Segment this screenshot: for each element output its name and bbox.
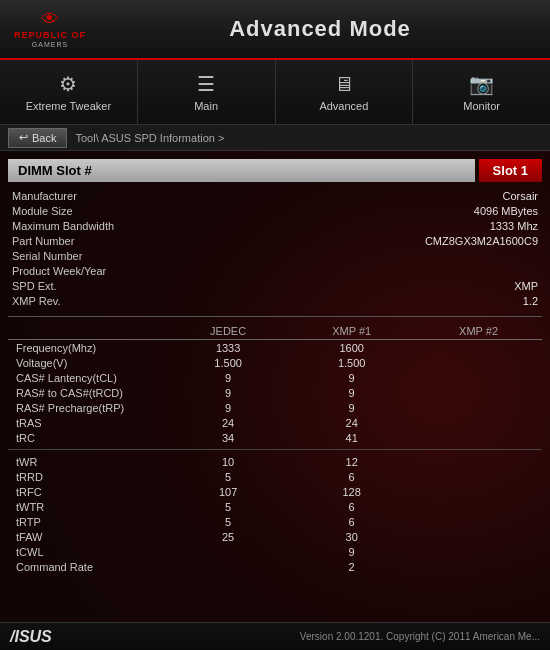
grid-cell-xmp2 xyxy=(415,514,542,529)
info-label: Maximum Bandwidth xyxy=(8,218,168,233)
grid-row: CAS# Lantency(tCL)99 xyxy=(8,370,542,385)
grid-row: tRTP56 xyxy=(8,514,542,529)
info-table: ManufacturerCorsairModule Size4096 MByte… xyxy=(8,188,542,308)
info-row: Serial Number xyxy=(8,248,542,263)
grid-cell-xmp1: 6 xyxy=(288,469,415,484)
grid-cell-xmp2 xyxy=(415,499,542,514)
logo-top: REPUBLIC OF xyxy=(14,30,86,41)
slot-badge: Slot 1 xyxy=(479,159,542,182)
grid-row: tRAS2424 xyxy=(8,415,542,430)
data-grid: JEDEC XMP #1 XMP #2 Frequency(Mhz)133316… xyxy=(8,323,542,574)
grid-row: tWTR56 xyxy=(8,499,542,514)
back-label: Back xyxy=(32,132,56,144)
grid-cell-xmp1: 30 xyxy=(288,529,415,544)
grid-cell-jedec: 25 xyxy=(168,529,288,544)
info-row: SPD Ext.XMP xyxy=(8,278,542,293)
monitor-label: Monitor xyxy=(463,100,500,112)
grid-cell-jedec: 5 xyxy=(168,469,288,484)
grid-divider xyxy=(8,445,542,454)
grid-row: tFAW2530 xyxy=(8,529,542,544)
grid-cell-xmp2 xyxy=(415,355,542,370)
advanced-label: Advanced xyxy=(319,100,368,112)
grid-cell-xmp2 xyxy=(415,385,542,400)
tab-monitor[interactable]: 📷 Monitor xyxy=(413,60,550,124)
grid-cell-xmp1: 9 xyxy=(288,400,415,415)
extreme-tweaker-label: Extreme Tweaker xyxy=(26,100,111,112)
grid-row: tWR1012 xyxy=(8,454,542,469)
grid-cell-xmp2 xyxy=(415,529,542,544)
main-label: Main xyxy=(194,100,218,112)
info-row: Part NumberCMZ8GX3M2A1600C9 xyxy=(8,233,542,248)
dimm-header: DIMM Slot # Slot 1 xyxy=(8,159,542,182)
info-label: SPD Ext. xyxy=(8,278,168,293)
info-row: ManufacturerCorsair xyxy=(8,188,542,203)
grid-cell-label: Command Rate xyxy=(8,559,168,574)
grid-cell-xmp2 xyxy=(415,559,542,574)
grid-cell-jedec: 5 xyxy=(168,514,288,529)
grid-cell-label: tCWL xyxy=(8,544,168,559)
info-value: Corsair xyxy=(168,188,542,203)
grid-cell-label: tRAS xyxy=(8,415,168,430)
grid-cell-label: CAS# Lantency(tCL) xyxy=(8,370,168,385)
info-value: 4096 MBytes xyxy=(168,203,542,218)
tab-extreme-tweaker[interactable]: ⚙ Extreme Tweaker xyxy=(0,60,138,124)
grid-cell-label: tRFC xyxy=(8,484,168,499)
monitor-icon: 📷 xyxy=(469,72,494,96)
grid-cell-label: tRRD xyxy=(8,469,168,484)
grid-row: Frequency(Mhz)13331600 xyxy=(8,340,542,356)
breadcrumb: Tool\ ASUS SPD Information > xyxy=(75,132,224,144)
grid-row: tRFC107128 xyxy=(8,484,542,499)
grid-row: tRRD56 xyxy=(8,469,542,484)
app-container: 👁 REPUBLIC OF GAMERS Advanced Mode ⚙ Ext… xyxy=(0,0,550,650)
grid-row: tCWL9 xyxy=(8,544,542,559)
col-xmp1: XMP #1 xyxy=(288,323,415,340)
grid-cell-xmp2 xyxy=(415,469,542,484)
grid-cell-jedec xyxy=(168,544,288,559)
divider xyxy=(8,316,542,317)
advanced-icon: 🖥 xyxy=(334,73,354,96)
grid-cell-label: tRTP xyxy=(8,514,168,529)
main-icon: ☰ xyxy=(197,72,215,96)
grid-cell-xmp1: 9 xyxy=(288,370,415,385)
tab-advanced[interactable]: 🖥 Advanced xyxy=(276,60,414,124)
grid-cell-xmp1: 2 xyxy=(288,559,415,574)
info-value xyxy=(168,248,542,263)
grid-cell-xmp1: 6 xyxy=(288,514,415,529)
info-value: CMZ8GX3M2A1600C9 xyxy=(168,233,542,248)
info-label: XMP Rev. xyxy=(8,293,168,308)
grid-cell-xmp2 xyxy=(415,430,542,445)
info-value: XMP xyxy=(168,278,542,293)
rog-icon: 👁 xyxy=(41,9,59,31)
grid-cell-jedec: 34 xyxy=(168,430,288,445)
grid-cell-jedec: 9 xyxy=(168,385,288,400)
info-label: Module Size xyxy=(8,203,168,218)
grid-cell-xmp1: 24 xyxy=(288,415,415,430)
back-button[interactable]: ↩ Back xyxy=(8,128,67,148)
col-xmp2: XMP #2 xyxy=(415,323,542,340)
grid-row: Command Rate2 xyxy=(8,559,542,574)
nav-tabs: ⚙ Extreme Tweaker ☰ Main 🖥 Advanced 📷 Mo… xyxy=(0,60,550,125)
footer: /ISUS Version 2.00.1201. Copyright (C) 2… xyxy=(0,622,550,650)
dimm-title: DIMM Slot # xyxy=(8,159,475,182)
version-text: Version 2.00.1201. Copyright (C) 2011 Am… xyxy=(300,631,540,642)
grid-cell-xmp1: 41 xyxy=(288,430,415,445)
grid-cell-jedec: 9 xyxy=(168,370,288,385)
tab-main[interactable]: ☰ Main xyxy=(138,60,276,124)
grid-cell-jedec: 1.500 xyxy=(168,355,288,370)
grid-cell-xmp1: 9 xyxy=(288,544,415,559)
grid-cell-label: tFAW xyxy=(8,529,168,544)
header: 👁 REPUBLIC OF GAMERS Advanced Mode xyxy=(0,0,550,60)
rog-logo: 👁 REPUBLIC OF GAMERS xyxy=(10,9,90,50)
info-value: 1.2 xyxy=(168,293,542,308)
grid-cell-label: Frequency(Mhz) xyxy=(8,340,168,356)
info-row: Product Week/Year xyxy=(8,263,542,278)
grid-row: RAS# Precharge(tRP)99 xyxy=(8,400,542,415)
grid-cell-label: tWR xyxy=(8,454,168,469)
info-label: Serial Number xyxy=(8,248,168,263)
main-content: DIMM Slot # Slot 1 ManufacturerCorsairMo… xyxy=(0,151,550,622)
grid-cell-jedec: 10 xyxy=(168,454,288,469)
asus-logo: /ISUS xyxy=(10,628,52,646)
grid-cell-xmp2 xyxy=(415,454,542,469)
grid-cell-label: tRC xyxy=(8,430,168,445)
info-label: Part Number xyxy=(8,233,168,248)
